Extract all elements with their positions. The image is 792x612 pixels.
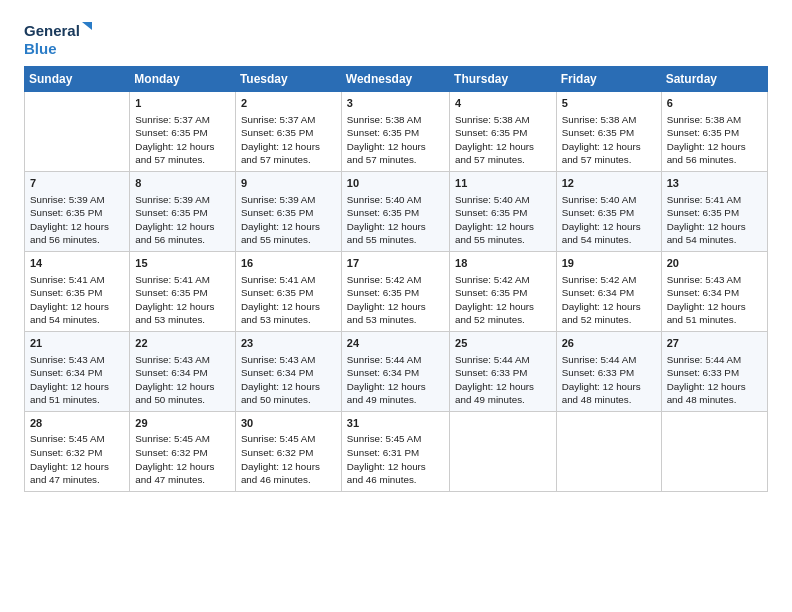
calendar-cell: 28Sunrise: 5:45 AMSunset: 6:32 PMDayligh… [25, 411, 130, 491]
calendar-cell: 31Sunrise: 5:45 AMSunset: 6:31 PMDayligh… [341, 411, 449, 491]
calendar-cell: 12Sunrise: 5:40 AMSunset: 6:35 PMDayligh… [556, 171, 661, 251]
day-content: Sunrise: 5:41 AMSunset: 6:35 PMDaylight:… [135, 273, 230, 327]
calendar-cell: 4Sunrise: 5:38 AMSunset: 6:35 PMDaylight… [450, 92, 557, 172]
day-content: Sunrise: 5:39 AMSunset: 6:35 PMDaylight:… [30, 193, 124, 247]
calendar-cell: 27Sunrise: 5:44 AMSunset: 6:33 PMDayligh… [661, 331, 767, 411]
day-content: Sunrise: 5:38 AMSunset: 6:35 PMDaylight:… [455, 113, 551, 167]
week-row-1: 1Sunrise: 5:37 AMSunset: 6:35 PMDaylight… [25, 92, 768, 172]
day-number: 15 [135, 256, 230, 271]
calendar-cell: 5Sunrise: 5:38 AMSunset: 6:35 PMDaylight… [556, 92, 661, 172]
calendar-cell: 6Sunrise: 5:38 AMSunset: 6:35 PMDaylight… [661, 92, 767, 172]
calendar-cell: 14Sunrise: 5:41 AMSunset: 6:35 PMDayligh… [25, 251, 130, 331]
day-content: Sunrise: 5:42 AMSunset: 6:35 PMDaylight:… [455, 273, 551, 327]
calendar-cell: 10Sunrise: 5:40 AMSunset: 6:35 PMDayligh… [341, 171, 449, 251]
day-number: 26 [562, 336, 656, 351]
calendar-cell [661, 411, 767, 491]
week-row-4: 21Sunrise: 5:43 AMSunset: 6:34 PMDayligh… [25, 331, 768, 411]
day-number: 18 [455, 256, 551, 271]
day-content: Sunrise: 5:45 AMSunset: 6:32 PMDaylight:… [30, 432, 124, 486]
calendar-cell: 19Sunrise: 5:42 AMSunset: 6:34 PMDayligh… [556, 251, 661, 331]
day-number: 3 [347, 96, 444, 111]
day-number: 12 [562, 176, 656, 191]
day-content: Sunrise: 5:40 AMSunset: 6:35 PMDaylight:… [455, 193, 551, 247]
day-number: 6 [667, 96, 762, 111]
day-number: 16 [241, 256, 336, 271]
week-row-3: 14Sunrise: 5:41 AMSunset: 6:35 PMDayligh… [25, 251, 768, 331]
day-number: 17 [347, 256, 444, 271]
day-number: 10 [347, 176, 444, 191]
day-content: Sunrise: 5:39 AMSunset: 6:35 PMDaylight:… [135, 193, 230, 247]
day-number: 22 [135, 336, 230, 351]
calendar-cell: 13Sunrise: 5:41 AMSunset: 6:35 PMDayligh… [661, 171, 767, 251]
day-number: 7 [30, 176, 124, 191]
week-row-5: 28Sunrise: 5:45 AMSunset: 6:32 PMDayligh… [25, 411, 768, 491]
calendar-cell: 11Sunrise: 5:40 AMSunset: 6:35 PMDayligh… [450, 171, 557, 251]
day-number: 25 [455, 336, 551, 351]
calendar-cell: 22Sunrise: 5:43 AMSunset: 6:34 PMDayligh… [130, 331, 236, 411]
day-number: 27 [667, 336, 762, 351]
day-number: 23 [241, 336, 336, 351]
day-content: Sunrise: 5:41 AMSunset: 6:35 PMDaylight:… [667, 193, 762, 247]
calendar-table: SundayMondayTuesdayWednesdayThursdayFrid… [24, 66, 768, 492]
calendar-cell: 1Sunrise: 5:37 AMSunset: 6:35 PMDaylight… [130, 92, 236, 172]
day-number: 9 [241, 176, 336, 191]
day-content: Sunrise: 5:43 AMSunset: 6:34 PMDaylight:… [241, 353, 336, 407]
svg-text:Blue: Blue [24, 40, 57, 57]
day-content: Sunrise: 5:39 AMSunset: 6:35 PMDaylight:… [241, 193, 336, 247]
calendar-cell: 30Sunrise: 5:45 AMSunset: 6:32 PMDayligh… [235, 411, 341, 491]
calendar-cell: 20Sunrise: 5:43 AMSunset: 6:34 PMDayligh… [661, 251, 767, 331]
calendar-cell: 18Sunrise: 5:42 AMSunset: 6:35 PMDayligh… [450, 251, 557, 331]
header-thursday: Thursday [450, 67, 557, 92]
day-content: Sunrise: 5:40 AMSunset: 6:35 PMDaylight:… [347, 193, 444, 247]
day-content: Sunrise: 5:44 AMSunset: 6:33 PMDaylight:… [562, 353, 656, 407]
day-content: Sunrise: 5:44 AMSunset: 6:33 PMDaylight:… [455, 353, 551, 407]
day-content: Sunrise: 5:41 AMSunset: 6:35 PMDaylight:… [241, 273, 336, 327]
calendar-cell: 3Sunrise: 5:38 AMSunset: 6:35 PMDaylight… [341, 92, 449, 172]
day-content: Sunrise: 5:41 AMSunset: 6:35 PMDaylight:… [30, 273, 124, 327]
svg-marker-2 [82, 22, 92, 30]
calendar-cell: 26Sunrise: 5:44 AMSunset: 6:33 PMDayligh… [556, 331, 661, 411]
day-number: 31 [347, 416, 444, 431]
day-number: 28 [30, 416, 124, 431]
logo-svg: General Blue [24, 18, 94, 60]
day-number: 8 [135, 176, 230, 191]
day-number: 19 [562, 256, 656, 271]
day-content: Sunrise: 5:42 AMSunset: 6:34 PMDaylight:… [562, 273, 656, 327]
day-number: 5 [562, 96, 656, 111]
day-content: Sunrise: 5:45 AMSunset: 6:31 PMDaylight:… [347, 432, 444, 486]
calendar-cell: 29Sunrise: 5:45 AMSunset: 6:32 PMDayligh… [130, 411, 236, 491]
calendar-cell [556, 411, 661, 491]
day-content: Sunrise: 5:43 AMSunset: 6:34 PMDaylight:… [667, 273, 762, 327]
day-content: Sunrise: 5:44 AMSunset: 6:33 PMDaylight:… [667, 353, 762, 407]
calendar-cell: 17Sunrise: 5:42 AMSunset: 6:35 PMDayligh… [341, 251, 449, 331]
calendar-cell: 24Sunrise: 5:44 AMSunset: 6:34 PMDayligh… [341, 331, 449, 411]
day-content: Sunrise: 5:45 AMSunset: 6:32 PMDaylight:… [135, 432, 230, 486]
day-number: 13 [667, 176, 762, 191]
header-monday: Monday [130, 67, 236, 92]
day-number: 1 [135, 96, 230, 111]
header-sunday: Sunday [25, 67, 130, 92]
header-saturday: Saturday [661, 67, 767, 92]
calendar-cell: 7Sunrise: 5:39 AMSunset: 6:35 PMDaylight… [25, 171, 130, 251]
page: General Blue SundayMondayTuesdayWednesda… [0, 0, 792, 612]
day-content: Sunrise: 5:44 AMSunset: 6:34 PMDaylight:… [347, 353, 444, 407]
day-content: Sunrise: 5:42 AMSunset: 6:35 PMDaylight:… [347, 273, 444, 327]
day-content: Sunrise: 5:40 AMSunset: 6:35 PMDaylight:… [562, 193, 656, 247]
header-wednesday: Wednesday [341, 67, 449, 92]
day-number: 29 [135, 416, 230, 431]
calendar-cell: 23Sunrise: 5:43 AMSunset: 6:34 PMDayligh… [235, 331, 341, 411]
day-content: Sunrise: 5:38 AMSunset: 6:35 PMDaylight:… [562, 113, 656, 167]
header: General Blue [24, 18, 768, 60]
day-number: 24 [347, 336, 444, 351]
day-number: 2 [241, 96, 336, 111]
header-tuesday: Tuesday [235, 67, 341, 92]
day-content: Sunrise: 5:43 AMSunset: 6:34 PMDaylight:… [135, 353, 230, 407]
day-number: 11 [455, 176, 551, 191]
svg-text:General: General [24, 22, 80, 39]
calendar-cell [450, 411, 557, 491]
calendar-cell: 16Sunrise: 5:41 AMSunset: 6:35 PMDayligh… [235, 251, 341, 331]
calendar-cell: 25Sunrise: 5:44 AMSunset: 6:33 PMDayligh… [450, 331, 557, 411]
day-content: Sunrise: 5:45 AMSunset: 6:32 PMDaylight:… [241, 432, 336, 486]
week-row-2: 7Sunrise: 5:39 AMSunset: 6:35 PMDaylight… [25, 171, 768, 251]
day-content: Sunrise: 5:37 AMSunset: 6:35 PMDaylight:… [241, 113, 336, 167]
